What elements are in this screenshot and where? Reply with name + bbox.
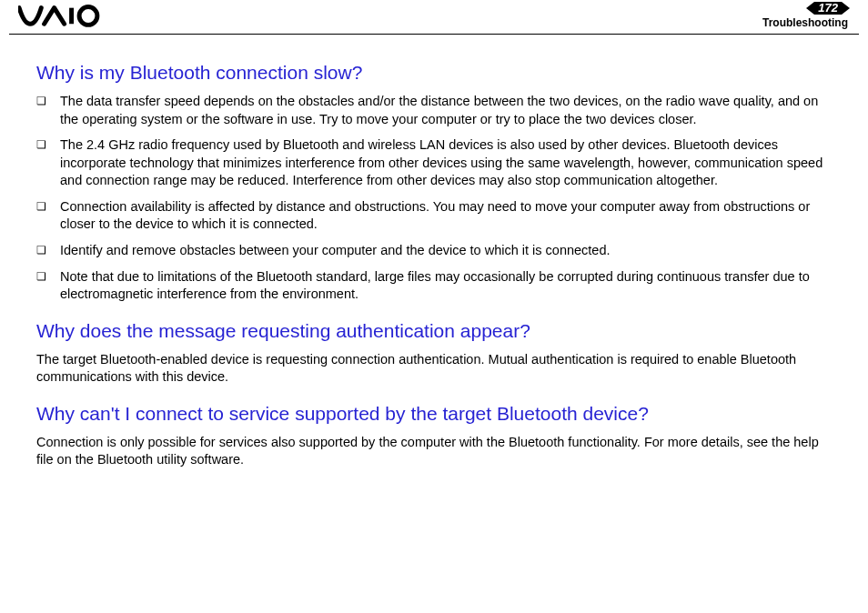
next-page-icon[interactable] xyxy=(842,2,850,15)
question-heading-2: Why does the message requesting authenti… xyxy=(36,320,832,342)
page-content: Why is my Bluetooth connection slow? The… xyxy=(0,35,868,495)
list-item: The data transfer speed depends on the o… xyxy=(36,93,832,128)
prev-page-icon[interactable] xyxy=(806,2,814,15)
svg-point-1 xyxy=(79,7,97,25)
question-heading-1: Why is my Bluetooth connection slow? xyxy=(36,62,832,84)
list-item: Connection availability is affected by d… xyxy=(36,198,832,234)
answer-list-1: The data transfer speed depends on the o… xyxy=(36,93,832,304)
answer-paragraph-3: Connection is only possible for services… xyxy=(36,434,832,469)
list-item: Note that due to limitations of the Blue… xyxy=(36,268,832,304)
vaio-logo xyxy=(18,4,118,29)
section-title: Troubleshooting xyxy=(762,16,848,29)
list-item: Identify and remove obstacles between yo… xyxy=(36,242,832,260)
answer-paragraph-2: The target Bluetooth-enabled device is r… xyxy=(36,351,832,387)
question-heading-3: Why can't I connect to service supported… xyxy=(36,403,832,425)
page-number: 172 xyxy=(814,2,842,15)
list-item: The 2.4 GHz radio frequency used by Blue… xyxy=(36,136,832,190)
svg-rect-0 xyxy=(69,8,74,25)
page-nav: 172 xyxy=(806,2,850,15)
page-header: 172 Troubleshooting xyxy=(9,0,859,35)
